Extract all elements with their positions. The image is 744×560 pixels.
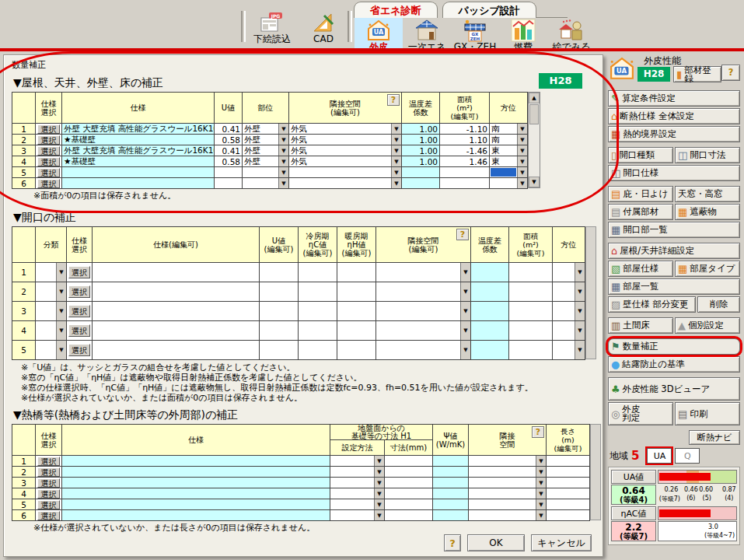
ua-tab[interactable]: UA — [647, 448, 672, 464]
dropdown-arrow-icon[interactable]: ▼ — [374, 499, 384, 509]
dropdown-arrow-icon[interactable]: ▼ — [374, 510, 384, 520]
method-dropdown[interactable]: ▼ — [330, 499, 385, 510]
adjacent-dropdown[interactable]: ▼ — [469, 488, 547, 499]
awning-button[interactable]: ▤庇・日よけ — [608, 186, 673, 202]
direction-dropdown[interactable]: 南▼ — [490, 124, 528, 135]
dropdown-arrow-icon[interactable]: ▼ — [278, 135, 288, 145]
dropdown-arrow-icon[interactable]: ▼ — [278, 167, 288, 177]
quantity-correction-button[interactable]: ⚑数量補正 — [608, 338, 740, 355]
room-list-button[interactable]: ▦部屋一覧 — [608, 278, 740, 295]
room-type-button[interactable]: ▦部屋タイプ — [675, 261, 740, 277]
opening-size-button[interactable]: ◫開口寸法 — [675, 147, 740, 163]
dropdown-arrow-icon[interactable]: ▼ — [391, 124, 401, 134]
direction-dropdown[interactable]: 南▼ — [490, 135, 528, 145]
method-dropdown[interactable]: ▼ — [330, 456, 385, 467]
class-dropdown[interactable]: ▼ — [36, 282, 67, 302]
adjacent-dropdown[interactable]: ▼ — [289, 167, 402, 178]
dropdown-arrow-icon[interactable]: ▼ — [517, 135, 527, 145]
direction-dropdown[interactable]: ▼ — [553, 282, 585, 302]
dropdown-arrow-icon[interactable]: ▼ — [517, 124, 527, 134]
select-spec-button[interactable]: 選択 — [37, 168, 60, 177]
dropdown-arrow-icon[interactable]: ▼ — [460, 263, 470, 282]
adjacent-help-button[interactable]: ? — [387, 94, 400, 106]
envelope-judgement-button[interactable]: ◎外皮 判定 — [608, 402, 673, 425]
dropdown-arrow-icon[interactable]: ▼ — [460, 302, 470, 320]
method-dropdown[interactable]: ▼ — [330, 467, 385, 478]
q-tab[interactable]: Q — [675, 448, 700, 464]
scroll-up-icon[interactable]: ▲ — [529, 93, 540, 103]
select-spec-button[interactable]: 選択 — [37, 179, 60, 188]
dropdown-arrow-icon[interactable]: ▼ — [278, 156, 288, 166]
wall-spec-partial-change-button[interactable]: ▨壁仕様 部分変更 — [608, 296, 696, 313]
adjacent-dropdown[interactable]: ▼ — [469, 510, 547, 521]
dropdown-arrow-icon[interactable]: ▼ — [575, 321, 585, 340]
select-spec-button[interactable]: 選択 — [37, 467, 60, 477]
mode-gx-zeh-button[interactable]: GX ZEH GX・ZEH — [451, 18, 499, 52]
adjacent-dropdown[interactable]: ▼ — [469, 456, 547, 467]
table1-scrollbar[interactable]: ▲ ▼ — [528, 92, 540, 188]
select-spec-button[interactable]: 選択 — [37, 500, 60, 509]
part-dropdown[interactable]: 外壁▼ — [243, 156, 289, 167]
select-spec-button[interactable]: 選択 — [68, 305, 90, 317]
dropdown-arrow-icon[interactable]: ▼ — [56, 302, 66, 320]
adjacent-dropdown[interactable]: ▼ — [469, 467, 547, 478]
roof-ceiling-detail-button[interactable]: ⌂屋根/天井詳細設定 — [608, 243, 740, 259]
part-dropdown[interactable]: ▼ — [243, 178, 289, 189]
direction-dropdown[interactable]: ▼ — [490, 167, 528, 178]
dropdown-arrow-icon[interactable]: ▼ — [391, 167, 401, 177]
select-spec-button[interactable]: 選択 — [37, 146, 60, 156]
direction-dropdown[interactable]: 東▼ — [490, 145, 528, 156]
dropdown-arrow-icon[interactable]: ▼ — [391, 135, 401, 145]
part-dropdown[interactable]: 外壁▼ — [243, 124, 289, 135]
individual-setting-button[interactable]: ▲個別設定 — [675, 317, 740, 334]
dropdown-arrow-icon[interactable]: ▼ — [575, 282, 585, 301]
adjacent-dropdown[interactable]: ▼ — [289, 178, 402, 189]
method-dropdown[interactable]: ▼ — [330, 478, 385, 488]
class-dropdown[interactable]: ▼ — [36, 321, 67, 341]
dropdown-arrow-icon[interactable]: ▼ — [391, 178, 401, 188]
dropdown-arrow-icon[interactable]: ▼ — [517, 145, 527, 156]
select-spec-button[interactable]: 選択 — [37, 511, 60, 520]
help-button[interactable]: ? — [444, 534, 461, 551]
toolbar-gripper[interactable] — [348, 11, 352, 42]
shield-button[interactable]: ▦遮蔽物 — [675, 204, 740, 220]
dropdown-arrow-icon[interactable]: ▼ — [56, 282, 66, 301]
select-spec-button[interactable]: 選択 — [37, 157, 60, 166]
dropdown-arrow-icon[interactable]: ▼ — [575, 302, 585, 320]
class-dropdown[interactable]: ▼ — [36, 341, 67, 360]
dropdown-arrow-icon[interactable]: ▼ — [56, 321, 66, 340]
dropdown-arrow-icon[interactable]: ▼ — [56, 263, 66, 282]
tab-passive-design[interactable]: パッシブ設計 — [442, 2, 536, 18]
adjacent-dropdown[interactable]: 外気▼ — [289, 124, 402, 135]
part-dropdown[interactable]: 外壁▼ — [243, 145, 289, 156]
register-parts-button[interactable]: ▮ 部材登録 — [673, 66, 721, 82]
dropdown-arrow-icon[interactable]: ▼ — [278, 124, 288, 134]
opening-type-button[interactable]: ▯開口種類 — [608, 147, 673, 163]
scroll-down-icon[interactable]: ▼ — [529, 177, 540, 187]
class-dropdown[interactable]: ▼ — [36, 263, 67, 282]
select-spec-button[interactable]: 選択 — [37, 135, 60, 145]
condensation-standard-button[interactable]: ●結露防止の基準 — [608, 356, 740, 373]
toolbar-gripper[interactable] — [241, 11, 246, 42]
dropdown-arrow-icon[interactable]: ▼ — [575, 263, 585, 282]
dropdown-arrow-icon[interactable]: ▼ — [374, 478, 384, 488]
dropdown-arrow-icon[interactable]: ▼ — [517, 178, 527, 188]
mode-picture-view-button[interactable]: 絵でみる — [547, 18, 596, 52]
dropdown-arrow-icon[interactable]: ▼ — [536, 467, 546, 477]
envelope-3d-viewer-button[interactable]: ♣外皮性能 3Dビューア — [608, 377, 740, 401]
adjacent-dropdown[interactable]: ▼ — [376, 282, 471, 302]
select-spec-button[interactable]: 選択 — [37, 489, 60, 499]
select-spec-button[interactable]: 選択 — [68, 324, 90, 337]
thermal-boundary-button[interactable]: ▦熱的境界設定 — [608, 126, 740, 142]
mode-primary-energy-button[interactable]: 一次エネ — [403, 18, 451, 52]
direction-dropdown[interactable]: ▼ — [553, 321, 585, 341]
part-dropdown[interactable]: ▼ — [243, 167, 289, 178]
scroll-thumb[interactable] — [529, 104, 539, 124]
dropdown-arrow-icon[interactable]: ▼ — [391, 145, 401, 156]
skylight-button[interactable]: 天窓・高窓 — [675, 186, 740, 202]
dropdown-arrow-icon[interactable]: ▼ — [278, 145, 288, 156]
import-underlay-button[interactable]: JPG 下絵読込 — [250, 11, 294, 44]
dropdown-arrow-icon[interactable]: ▼ — [56, 341, 66, 359]
dropdown-arrow-icon[interactable]: ▼ — [460, 321, 470, 340]
adjacent-help-button[interactable]: ? — [532, 426, 544, 438]
